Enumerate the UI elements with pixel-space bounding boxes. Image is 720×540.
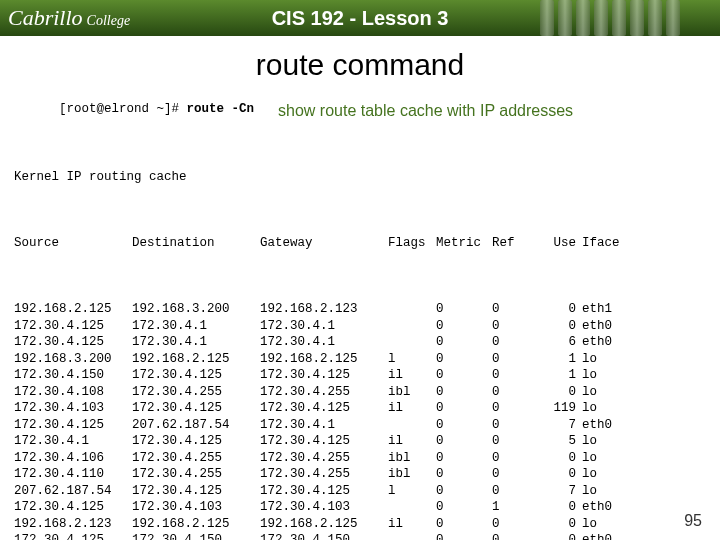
cell-ref: 0 bbox=[492, 483, 532, 500]
cell-iface: lo bbox=[582, 450, 632, 467]
cell-destination: 172.30.4.103 bbox=[132, 499, 260, 516]
header-decoration bbox=[540, 0, 720, 36]
cell-flags: il bbox=[388, 367, 436, 384]
cell-flags: l bbox=[388, 483, 436, 500]
cell-gateway: 172.30.4.1 bbox=[260, 417, 388, 434]
cell-use: 0 bbox=[532, 301, 582, 318]
table-row: 172.30.4.106172.30.4.255172.30.4.255ibl0… bbox=[14, 450, 706, 467]
cell-flags bbox=[388, 301, 436, 318]
cell-gateway: 172.30.4.103 bbox=[260, 499, 388, 516]
cell-metric: 0 bbox=[436, 450, 492, 467]
cell-gateway: 172.30.4.255 bbox=[260, 384, 388, 401]
cell-use: 0 bbox=[532, 384, 582, 401]
cell-flags bbox=[388, 318, 436, 335]
cell-source: 172.30.4.125 bbox=[14, 417, 132, 434]
cell-source: 172.30.4.110 bbox=[14, 466, 132, 483]
cell-use: 0 bbox=[532, 499, 582, 516]
cell-flags bbox=[388, 334, 436, 351]
cell-ref: 0 bbox=[492, 466, 532, 483]
cell-use: 5 bbox=[532, 433, 582, 450]
cell-gateway: 192.168.2.125 bbox=[260, 516, 388, 533]
cell-destination: 172.30.4.255 bbox=[132, 450, 260, 467]
cell-destination: 192.168.2.125 bbox=[132, 516, 260, 533]
cell-use: 7 bbox=[532, 483, 582, 500]
cell-metric: 0 bbox=[436, 516, 492, 533]
cell-metric: 0 bbox=[436, 334, 492, 351]
cell-gateway: 172.30.4.1 bbox=[260, 334, 388, 351]
cell-use: 0 bbox=[532, 466, 582, 483]
cell-ref: 0 bbox=[492, 532, 532, 540]
terminal-output: Kernel IP routing cache Source Destinati… bbox=[14, 136, 706, 540]
logo-secondary-text: College bbox=[87, 13, 131, 29]
cell-ref: 0 bbox=[492, 351, 532, 368]
cell-metric: 0 bbox=[436, 301, 492, 318]
command-line: [root@elrond ~]# route -Cnshow route tab… bbox=[14, 88, 706, 134]
table-header-row: Source Destination Gateway Flags Metric … bbox=[14, 235, 706, 252]
cell-destination: 172.30.4.255 bbox=[132, 466, 260, 483]
col-ref: Ref bbox=[492, 235, 532, 252]
cell-source: 172.30.4.1 bbox=[14, 433, 132, 450]
cell-destination: 172.30.4.1 bbox=[132, 318, 260, 335]
cell-iface: eth0 bbox=[582, 334, 632, 351]
table-row: 172.30.4.108172.30.4.255172.30.4.255ibl0… bbox=[14, 384, 706, 401]
cell-flags bbox=[388, 532, 436, 540]
annotation-text: show route table cache with IP addresses bbox=[278, 102, 573, 120]
cell-source: 192.168.2.125 bbox=[14, 301, 132, 318]
cell-metric: 0 bbox=[436, 318, 492, 335]
cell-ref: 0 bbox=[492, 318, 532, 335]
cell-iface: lo bbox=[582, 367, 632, 384]
cell-source: 172.30.4.108 bbox=[14, 384, 132, 401]
cell-ref: 0 bbox=[492, 433, 532, 450]
col-source: Source bbox=[14, 235, 132, 252]
col-destination: Destination bbox=[132, 235, 260, 252]
cell-metric: 0 bbox=[436, 384, 492, 401]
cell-source: 172.30.4.150 bbox=[14, 367, 132, 384]
table-row: 172.30.4.150172.30.4.125172.30.4.125il00… bbox=[14, 367, 706, 384]
cell-iface: lo bbox=[582, 400, 632, 417]
cell-metric: 0 bbox=[436, 367, 492, 384]
cell-iface: lo bbox=[582, 433, 632, 450]
cell-ref: 0 bbox=[492, 450, 532, 467]
cell-flags: il bbox=[388, 433, 436, 450]
cell-source: 192.168.2.123 bbox=[14, 516, 132, 533]
header-bar: Cabrillo College CIS 192 - Lesson 3 bbox=[0, 0, 720, 36]
cell-destination: 172.30.4.125 bbox=[132, 400, 260, 417]
cell-gateway: 172.30.4.125 bbox=[260, 483, 388, 500]
table-row: 172.30.4.125172.30.4.150172.30.4.150000e… bbox=[14, 532, 706, 540]
cell-gateway: 172.30.4.1 bbox=[260, 318, 388, 335]
cell-gateway: 192.168.2.123 bbox=[260, 301, 388, 318]
cell-iface: eth0 bbox=[582, 318, 632, 335]
cell-ref: 0 bbox=[492, 334, 532, 351]
cell-destination: 172.30.4.125 bbox=[132, 367, 260, 384]
table-row: 207.62.187.54172.30.4.125172.30.4.125l00… bbox=[14, 483, 706, 500]
cell-metric: 0 bbox=[436, 417, 492, 434]
slide-title: route command bbox=[0, 48, 720, 82]
logo-main-text: Cabrillo bbox=[8, 5, 83, 31]
cell-use: 0 bbox=[532, 532, 582, 540]
cell-use: 7 bbox=[532, 417, 582, 434]
cell-iface: eth0 bbox=[582, 532, 632, 540]
cell-flags bbox=[388, 417, 436, 434]
slide: Cabrillo College CIS 192 - Lesson 3 rout… bbox=[0, 0, 720, 540]
cell-metric: 0 bbox=[436, 400, 492, 417]
cell-destination: 172.30.4.255 bbox=[132, 384, 260, 401]
cell-source: 172.30.4.103 bbox=[14, 400, 132, 417]
cell-destination: 172.30.4.125 bbox=[132, 433, 260, 450]
cell-destination: 192.168.3.200 bbox=[132, 301, 260, 318]
cell-source: 192.168.3.200 bbox=[14, 351, 132, 368]
college-logo: Cabrillo College bbox=[0, 5, 130, 31]
cell-use: 6 bbox=[532, 334, 582, 351]
cell-ref: 0 bbox=[492, 417, 532, 434]
cell-ref: 1 bbox=[492, 499, 532, 516]
table-row: 172.30.4.103172.30.4.125172.30.4.125il00… bbox=[14, 400, 706, 417]
cell-destination: 172.30.4.1 bbox=[132, 334, 260, 351]
kernel-line: Kernel IP routing cache bbox=[14, 169, 706, 186]
col-iface: Iface bbox=[582, 235, 632, 252]
cell-metric: 0 bbox=[436, 532, 492, 540]
cell-iface: eth0 bbox=[582, 499, 632, 516]
cell-source: 207.62.187.54 bbox=[14, 483, 132, 500]
cell-iface: lo bbox=[582, 483, 632, 500]
cell-gateway: 172.30.4.255 bbox=[260, 466, 388, 483]
table-row: 192.168.2.125192.168.3.200192.168.2.1230… bbox=[14, 301, 706, 318]
cell-flags: ibl bbox=[388, 466, 436, 483]
